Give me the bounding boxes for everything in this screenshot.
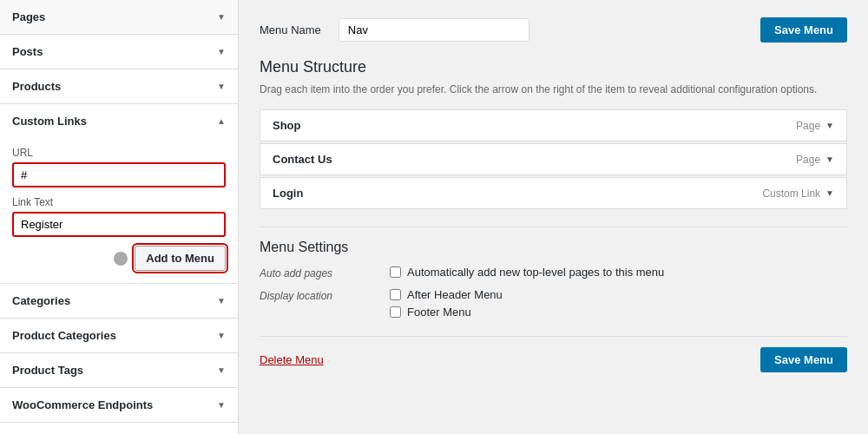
- posts-chevron-icon: ▼: [217, 47, 226, 56]
- menu-item-shop-label: Shop: [273, 119, 301, 132]
- sidebar-item-pages-label: Pages: [12, 10, 45, 23]
- custom-links-body: URL Link Text Add to Menu: [0, 138, 238, 283]
- sidebar-item-product-categories-label: Product Categories: [12, 329, 116, 342]
- auto-add-options: Automatically add new top-level pages to…: [390, 266, 664, 279]
- main-content: Menu Name Save Menu Menu Structure Drag …: [239, 0, 868, 434]
- sidebar-item-woocommerce-endpoints-label: WooCommerce Endpoints: [12, 398, 153, 411]
- menu-item-shop-chevron-icon[interactable]: ▼: [825, 121, 834, 130]
- menu-structure-title: Menu Structure: [260, 58, 847, 76]
- sidebar-item-posts-label: Posts: [12, 45, 43, 58]
- spinner-icon: [114, 252, 128, 266]
- sidebar-item-product-tags[interactable]: Product Tags ▼: [0, 353, 238, 388]
- products-chevron-icon: ▼: [217, 82, 226, 91]
- menu-item-shop-right: Page ▼: [796, 120, 834, 132]
- auto-add-option-label: Automatically add new top-level pages to…: [407, 266, 664, 279]
- url-input[interactable]: [12, 162, 226, 187]
- menu-item-login-label: Login: [273, 187, 303, 200]
- product-categories-chevron-icon: ▼: [217, 331, 226, 340]
- link-text-label: Link Text: [12, 196, 226, 208]
- sidebar: Pages ▼ Posts ▼ Products ▼ Custom Links …: [0, 0, 239, 434]
- menu-settings-title: Menu Settings: [260, 227, 847, 255]
- sidebar-item-product-tags-label: Product Tags: [12, 364, 83, 377]
- menu-item-contact-us-right: Page ▼: [796, 154, 834, 166]
- menu-item-contact-us-label: Contact Us: [273, 153, 332, 166]
- custom-links-label: Custom Links: [12, 115, 87, 128]
- delete-menu-button[interactable]: Delete Menu: [260, 353, 324, 366]
- pages-chevron-icon: ▼: [217, 12, 226, 22]
- footer-row: Delete Menu Save Menu: [260, 336, 847, 372]
- after-header-menu-label: After Header Menu: [407, 288, 503, 301]
- menu-item-contact-us-type: Page: [796, 154, 820, 166]
- woocommerce-endpoints-chevron-icon: ▼: [217, 400, 226, 410]
- categories-chevron-icon: ▼: [217, 296, 226, 306]
- menu-structure-description: Drag each item into the order you prefer…: [260, 82, 847, 97]
- after-header-menu-row[interactable]: After Header Menu: [390, 288, 503, 301]
- add-to-menu-button[interactable]: Add to Menu: [135, 246, 226, 271]
- footer-menu-checkbox[interactable]: [390, 306, 401, 318]
- product-tags-chevron-icon: ▼: [217, 365, 226, 375]
- display-location-options: After Header Menu Footer Menu: [390, 288, 503, 319]
- display-location-row: Display location After Header Menu Foote…: [260, 288, 847, 319]
- menu-name-label: Menu Name: [260, 23, 321, 36]
- sidebar-item-products-label: Products: [12, 80, 61, 93]
- sidebar-item-categories[interactable]: Categories ▼: [0, 284, 238, 319]
- menu-item-contact-us[interactable]: Contact Us Page ▼: [260, 143, 847, 175]
- link-text-row: Link Text: [12, 196, 226, 237]
- sidebar-item-woocommerce-endpoints[interactable]: WooCommerce Endpoints ▼: [0, 388, 238, 423]
- auto-add-checkbox[interactable]: [390, 266, 401, 278]
- menu-item-shop-type: Page: [796, 120, 820, 132]
- sidebar-item-product-categories[interactable]: Product Categories ▼: [0, 319, 238, 353]
- sidebar-item-posts[interactable]: Posts ▼: [0, 35, 238, 69]
- menu-item-login-chevron-icon[interactable]: ▼: [825, 188, 834, 198]
- url-label: URL: [12, 147, 226, 159]
- sidebar-item-custom-links[interactable]: Custom Links ▲ URL Link Text Add to Menu: [0, 104, 238, 284]
- menu-name-row: Menu Name Save Menu: [260, 17, 847, 43]
- link-text-input[interactable]: [12, 212, 226, 237]
- menu-settings: Menu Settings Auto add pages Automatical…: [260, 227, 847, 319]
- auto-add-row: Auto add pages Automatically add new top…: [260, 266, 847, 279]
- save-menu-button-top[interactable]: Save Menu: [760, 17, 847, 43]
- menu-item-shop[interactable]: Shop Page ▼: [260, 109, 847, 141]
- after-header-menu-checkbox[interactable]: [390, 289, 401, 300]
- save-menu-button-bottom[interactable]: Save Menu: [760, 347, 847, 372]
- menu-name-group: Menu Name: [260, 18, 529, 42]
- footer-menu-label: Footer Menu: [407, 306, 471, 319]
- menu-item-login-right: Custom Link ▼: [762, 187, 834, 200]
- footer-menu-row[interactable]: Footer Menu: [390, 306, 503, 319]
- sidebar-item-categories-label: Categories: [12, 294, 70, 307]
- display-location-label: Display location: [260, 288, 364, 302]
- sidebar-item-pages[interactable]: Pages ▼: [0, 0, 238, 35]
- add-to-menu-row: Add to Menu: [12, 246, 226, 271]
- menu-name-input[interactable]: [339, 18, 529, 42]
- menu-items-list: Shop Page ▼ Contact Us Page ▼ Login Cust…: [260, 109, 847, 209]
- auto-add-checkbox-row[interactable]: Automatically add new top-level pages to…: [390, 266, 664, 279]
- menu-item-login[interactable]: Login Custom Link ▼: [260, 177, 847, 209]
- menu-item-login-type: Custom Link: [762, 187, 820, 200]
- auto-add-label: Auto add pages: [260, 266, 364, 279]
- sidebar-item-products[interactable]: Products ▼: [0, 69, 238, 104]
- custom-links-chevron-icon: ▲: [217, 116, 226, 126]
- menu-item-contact-us-chevron-icon[interactable]: ▼: [825, 155, 834, 164]
- url-row: URL: [12, 147, 226, 187]
